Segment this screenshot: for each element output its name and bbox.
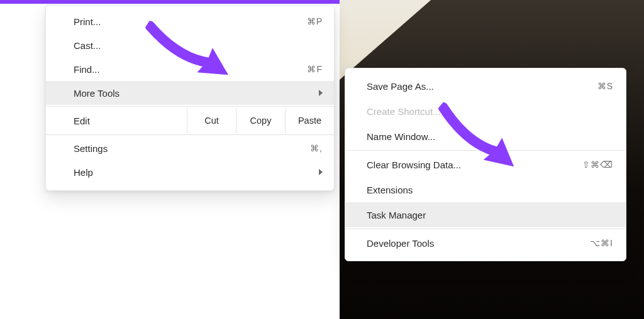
menu-item-edit-row: Edit Cut Copy Paste — [46, 108, 334, 133]
menu-item-shortcut: ⌘F — [307, 64, 323, 74]
menu-item-label: Extensions — [367, 185, 613, 195]
more-tools-submenu: Save Page As... ⌘S Create Shortcut... Na… — [345, 68, 626, 261]
submenu-item-save-page-as[interactable]: Save Page As... ⌘S — [345, 73, 626, 99]
submenu-item-extensions[interactable]: Extensions — [345, 177, 626, 202]
menu-item-label: Task Manager — [367, 210, 613, 220]
menu-separator — [46, 106, 334, 107]
menu-item-label: Print... — [74, 16, 307, 27]
menu-item-cast[interactable]: Cast... — [46, 33, 334, 57]
button-label: Paste — [298, 116, 321, 126]
menu-item-shortcut: ⌥⌘I — [590, 238, 613, 248]
menu-item-shortcut: ⌘P — [307, 16, 323, 26]
menu-item-label: Edit — [46, 116, 187, 126]
menu-separator — [345, 229, 626, 229]
submenu-arrow-icon — [319, 90, 323, 96]
menu-item-label: Cast... — [74, 40, 323, 51]
menu-item-label: Settings — [74, 143, 310, 154]
browser-overflow-menu: Print... ⌘P Cast... Find... ⌘F More Tool… — [45, 5, 335, 191]
menu-item-label: Create Shortcut... — [367, 106, 613, 117]
menu-item-more-tools[interactable]: More Tools — [46, 81, 334, 105]
edit-buttons-group: Cut Copy Paste — [187, 108, 334, 133]
menu-item-label: Developer Tools — [367, 238, 590, 249]
submenu-item-name-window[interactable]: Name Window... — [345, 124, 626, 149]
edit-paste-button[interactable]: Paste — [285, 108, 334, 133]
menu-item-label: Help — [74, 167, 314, 178]
menu-item-label: Name Window... — [367, 131, 613, 142]
menu-item-shortcut: ⌘, — [310, 143, 323, 153]
menu-separator — [345, 150, 626, 151]
menu-item-settings[interactable]: Settings ⌘, — [46, 136, 334, 160]
submenu-item-task-manager[interactable]: Task Manager — [345, 202, 626, 227]
submenu-arrow-icon — [319, 169, 323, 175]
menu-item-shortcut: ⇧⌘⌫ — [582, 160, 613, 170]
menu-item-print[interactable]: Print... ⌘P — [46, 9, 334, 33]
submenu-item-clear-browsing-data[interactable]: Clear Browsing Data... ⇧⌘⌫ — [345, 152, 626, 177]
menu-item-label: Clear Browsing Data... — [367, 160, 582, 170]
menu-item-help[interactable]: Help — [46, 160, 334, 184]
menu-separator — [46, 134, 334, 135]
edit-cut-button[interactable]: Cut — [187, 108, 236, 133]
edit-copy-button[interactable]: Copy — [236, 108, 285, 133]
menu-item-label: More Tools — [74, 88, 314, 99]
button-label: Cut — [204, 116, 219, 126]
submenu-item-developer-tools[interactable]: Developer Tools ⌥⌘I — [345, 230, 626, 256]
menu-item-label: Save Page As... — [367, 81, 597, 92]
submenu-item-create-shortcut: Create Shortcut... — [345, 99, 626, 124]
button-label: Copy — [250, 116, 272, 126]
menu-item-find[interactable]: Find... ⌘F — [46, 57, 334, 81]
menu-item-shortcut: ⌘S — [597, 81, 613, 91]
menu-item-label: Find... — [74, 64, 307, 75]
